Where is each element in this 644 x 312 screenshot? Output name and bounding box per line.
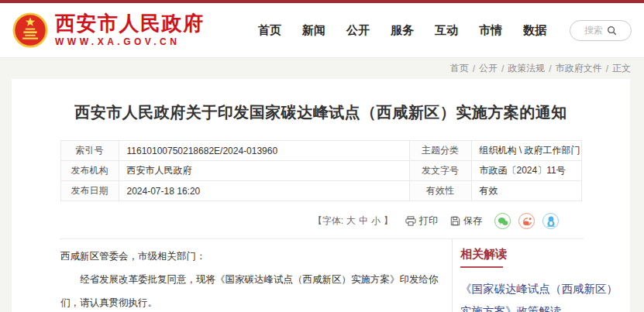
nav-item-city-info[interactable]: 市情 <box>479 23 502 38</box>
printer-icon <box>405 216 416 226</box>
article-bottom-section: 西咸新区管委会，市级相关部门： 经省发展改革委批复同意，现将《国家碳达峰试点（西… <box>12 239 630 312</box>
meta-value-validity: 有效 <box>471 181 581 201</box>
search-icon[interactable] <box>607 26 617 36</box>
related-sidebar: 相关解读 《国家碳达峰试点（西咸新区）实施方案》政策解读 <box>452 239 630 312</box>
salutation: 西咸新区管委会，市级相关部门： <box>60 245 443 268</box>
qq-icon <box>546 216 556 227</box>
search-input[interactable]: 搜索 <box>570 20 632 41</box>
document-meta-table: 索引号 11610100750218682E/2024-013960 主题分类 … <box>60 140 582 201</box>
print-label: 打印 <box>419 214 438 228</box>
nav-item-news[interactable]: 新闻 <box>302 23 325 38</box>
site-logo[interactable]: 西安市人民政府 WWW.XA.GOV.CN <box>12 12 205 48</box>
related-interpretation-link[interactable]: 《国家碳达峰试点（西咸新区）实施方案》政策解读 <box>460 278 625 312</box>
meta-label-publish-date: 发布日期 <box>60 181 119 201</box>
meta-label-index-number: 索引号 <box>60 141 119 161</box>
nav-item-data[interactable]: 数据 <box>523 23 546 38</box>
breadcrumb-separator: / <box>606 63 608 74</box>
breadcrumb-separator: / <box>501 63 504 74</box>
search-placeholder: 搜索 <box>584 24 603 37</box>
meta-value-index-number: 11610100750218682E/2024-013960 <box>119 141 409 161</box>
nav-item-disclosure[interactable]: 公开 <box>346 23 370 38</box>
meta-label-validity: 有效性 <box>409 181 471 201</box>
breadcrumb-item-disclosure[interactable]: 公开 <box>479 62 498 75</box>
save-button[interactable]: 保存 <box>450 214 482 228</box>
meta-value-publish-date: 2024-07-18 16:20 <box>119 181 409 201</box>
breadcrumb-separator: / <box>549 63 551 74</box>
share-weibo-button[interactable] <box>518 213 535 229</box>
breadcrumb-separator: / <box>473 63 475 74</box>
breadcrumb-item-home[interactable]: 首页 <box>450 62 469 75</box>
meta-value-issuing-agency: 西安市人民政府 <box>119 161 409 181</box>
font-size-suffix: 】 <box>384 214 393 228</box>
share-qq-button[interactable] <box>542 213 559 229</box>
article-paragraph: 经省发展改革委批复同意，现将《国家碳达峰试点（西咸新区）实施方案》印发给你们，请… <box>60 268 443 312</box>
breadcrumb-item-current: 正文 <box>612 62 631 75</box>
wechat-icon <box>498 217 508 226</box>
article-card: 西安市人民政府关于印发国家碳达峰试点（西咸新区）实施方案的通知 索引号 1161… <box>12 79 630 312</box>
related-heading: 相关解读 <box>460 247 625 261</box>
meta-label-topic-category: 主题分类 <box>409 141 471 161</box>
article-toolbar: 【字体: 大 中 小 】 打印 <box>12 213 559 229</box>
site-header: 西安市人民政府 WWW.XA.GOV.CN 首页 新闻 公开 服务 互动 市情 … <box>0 3 644 58</box>
related-heading-underline <box>460 266 503 268</box>
breadcrumb: 首页 / 公开 / 政策法规 / 市政府文件 / 正文 <box>0 58 644 79</box>
breadcrumb-item-policies[interactable]: 政策法规 <box>508 62 545 75</box>
meta-row: 发布日期 2024-07-18 16:20 有效性 有效 <box>60 181 581 201</box>
article-title: 西安市人民政府关于印发国家碳达峰试点（西咸新区）实施方案的通知 <box>43 102 599 122</box>
meta-label-issuing-agency: 发布机构 <box>60 161 119 181</box>
nav-item-interaction[interactable]: 互动 <box>435 23 458 38</box>
site-url: WWW.XA.GOV.CN <box>55 36 205 47</box>
font-size-control: 【字体: 大 中 小 】 <box>313 214 393 228</box>
font-size-prefix: 【字体: <box>313 214 343 228</box>
nav-item-services[interactable]: 服务 <box>391 23 414 38</box>
main-nav: 首页 新闻 公开 服务 互动 市情 数据 <box>258 23 546 38</box>
nav-item-home[interactable]: 首页 <box>258 23 281 38</box>
share-wechat-button[interactable] <box>494 213 511 229</box>
site-title: 西安市人民政府 <box>55 13 205 34</box>
meta-label-document-number: 发文字号 <box>409 161 471 181</box>
meta-row: 索引号 11610100750218682E/2024-013960 主题分类 … <box>60 141 581 161</box>
article-body: 西咸新区管委会，市级相关部门： 经省发展改革委批复同意，现将《国家碳达峰试点（西… <box>12 239 452 312</box>
meta-value-topic-category: 组织机构 \ 政府工作部门 <box>471 141 581 161</box>
site-title-group: 西安市人民政府 WWW.XA.GOV.CN <box>55 13 205 47</box>
font-size-medium-button[interactable]: 中 <box>359 214 368 228</box>
meta-row: 发布机构 西安市人民政府 发文字号 市政函〔2024〕11号 <box>60 161 581 181</box>
save-label: 保存 <box>463 214 482 228</box>
font-size-small-button[interactable]: 小 <box>371 214 381 228</box>
national-emblem-icon <box>12 12 48 48</box>
breadcrumb-item-city-gov-documents[interactable]: 市政府文件 <box>556 62 602 75</box>
save-icon <box>450 216 460 226</box>
print-button[interactable]: 打印 <box>405 214 438 228</box>
font-size-large-button[interactable]: 大 <box>346 214 356 228</box>
meta-value-document-number: 市政函〔2024〕11号 <box>471 161 581 181</box>
weibo-icon <box>522 217 532 226</box>
